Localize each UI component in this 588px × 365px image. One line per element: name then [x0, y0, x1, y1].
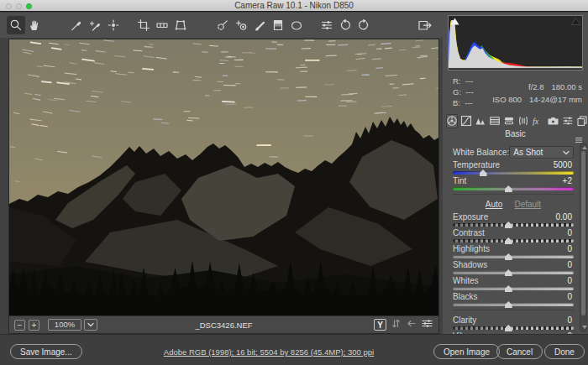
white-balance-label: White Balance: [453, 148, 509, 157]
slider-value[interactable]: 0 [567, 276, 572, 285]
default-link[interactable]: Default [514, 200, 541, 209]
toggle-fullscreen-icon[interactable] [416, 16, 434, 34]
slider-label: Clarity [453, 315, 476, 325]
slider-value[interactable]: 0 [567, 244, 572, 253]
histogram[interactable] [448, 15, 583, 70]
svg-text:fx: fx [533, 117, 539, 126]
tab-detail[interactable] [475, 114, 486, 128]
cancel-button[interactable]: Cancel [496, 344, 543, 359]
slider-track[interactable] [453, 303, 574, 306]
aperture-label: f/2.8 [528, 81, 544, 93]
transform-tool-icon[interactable] [171, 16, 190, 34]
image-canvas[interactable] [9, 39, 438, 315]
footer: Save Image... Adobe RGB (1998); 16 bit; … [0, 334, 588, 365]
tab-snapshots[interactable] [576, 114, 588, 128]
slider-value[interactable]: 0 [567, 315, 572, 325]
b-value: --- [465, 97, 473, 108]
spot-removal-tool-icon[interactable] [213, 16, 232, 34]
slider-track[interactable] [453, 255, 574, 258]
preview-status-bar: − + 100% _DSC3426.NEF Y [9, 315, 438, 333]
histogram-luminance [449, 20, 582, 67]
slider-row: Shadows0 [453, 260, 574, 276]
slider-row: Exposure0.00 [453, 212, 574, 228]
slider-track[interactable] [453, 171, 574, 175]
section-divider [453, 194, 574, 200]
slider-label: Blacks [453, 292, 477, 301]
red-eye-removal-tool-icon[interactable] [232, 16, 250, 34]
tab-split-toning[interactable] [503, 114, 515, 128]
image-info: R: --- G: --- B: --- f/2.8180.00 s ISO 8… [449, 75, 584, 112]
adjustments-panel: R: --- G: --- B: --- f/2.8180.00 s ISO 8… [443, 13, 588, 334]
auto-link[interactable]: Auto [486, 200, 503, 209]
tab-presets[interactable] [562, 114, 574, 128]
slider-label: Contrast [453, 228, 485, 237]
straighten-tool-icon[interactable] [153, 16, 171, 34]
cycle-preview-button[interactable]: Y [374, 319, 386, 331]
zoom-tool-icon[interactable] [7, 16, 25, 34]
adjustment-brush-tool-icon[interactable] [250, 16, 269, 34]
graduated-filter-tool-icon[interactable] [269, 16, 287, 34]
hand-tool-icon[interactable] [25, 16, 44, 34]
scrollbar-thumb[interactable] [581, 151, 585, 315]
slider-value[interactable]: 0 [567, 292, 572, 301]
white-balance-tool-icon[interactable] [67, 16, 86, 34]
slider-row: Whites0 [453, 276, 574, 292]
slider-value[interactable]: 0 [567, 228, 572, 237]
preview-preferences-icon[interactable] [421, 317, 433, 332]
panel-scrollbar[interactable] [580, 143, 587, 332]
g-value: --- [465, 86, 474, 97]
tab-tone-curve[interactable] [460, 114, 472, 128]
slider-value[interactable]: 0 [567, 260, 572, 269]
rgb-readout: R: --- G: --- B: --- [453, 76, 474, 108]
slider-label: Tint [453, 176, 466, 185]
scroll-up-icon[interactable] [582, 146, 587, 149]
slider-track[interactable] [453, 187, 574, 190]
open-image-button[interactable]: Open Image [433, 344, 500, 359]
slider-row: Highlights0 [453, 244, 574, 260]
lens-label: 14-24@17 mm [529, 95, 582, 104]
iso-label: ISO 800 [492, 93, 522, 106]
tab-lens-corrections[interactable] [517, 114, 529, 128]
slider-track[interactable] [453, 287, 574, 290]
copy-settings-icon[interactable] [406, 317, 417, 332]
radial-filter-tool-icon[interactable] [287, 16, 306, 34]
highlight-clipping-warning-icon[interactable] [571, 18, 580, 25]
slider-label: Temperature [453, 160, 500, 169]
tab-effects[interactable]: fx [532, 114, 544, 128]
slider-track[interactable] [453, 271, 574, 274]
slider-row: Clarity0 [453, 315, 574, 331]
slider-value[interactable]: +2 [563, 176, 572, 185]
chevron-down-icon [563, 148, 570, 157]
shadow-clipping-warning-icon[interactable] [450, 18, 459, 25]
rotate-right-icon[interactable] [354, 16, 373, 34]
swap-settings-icon[interactable] [391, 317, 402, 332]
tab-basic[interactable] [446, 114, 458, 128]
slider-row: Blacks0 [453, 292, 574, 308]
slider-value[interactable]: 0.00 [556, 212, 572, 222]
tab-camera-calibration[interactable] [547, 114, 559, 128]
slider-row: Tint+2 [453, 176, 574, 192]
slider-track[interactable] [453, 326, 574, 330]
slider-track[interactable] [453, 223, 574, 227]
title-bar[interactable]: Camera Raw 10.1 - Nikon D850 [0, 0, 588, 12]
done-button[interactable]: Done [544, 344, 585, 359]
slider-value[interactable]: 5000 [554, 160, 572, 169]
crop-tool-icon[interactable] [134, 16, 153, 34]
toolbar [0, 13, 443, 38]
save-image-button[interactable]: Save Image... [10, 344, 82, 359]
scroll-down-icon[interactable] [582, 326, 587, 329]
shutter-label: 180.00 s [552, 82, 582, 91]
section-divider [453, 310, 574, 315]
preferences-icon[interactable] [318, 16, 336, 34]
workflow-options-link[interactable]: Adobe RGB (1998); 16 bit; 5504 by 8256 (… [143, 347, 395, 357]
slider-label: Highlights [453, 244, 490, 253]
slider-label: Shadows [453, 260, 487, 269]
tab-hsl-grayscale[interactable] [489, 114, 501, 128]
slider-track[interactable] [453, 239, 574, 242]
rotate-left-icon[interactable] [336, 16, 354, 34]
color-sampler-tool-icon[interactable] [86, 16, 104, 34]
white-balance-select[interactable]: As Shot [509, 146, 574, 159]
slider-row: Temperature5000 [453, 160, 574, 176]
targeted-adjustment-tool-icon[interactable] [104, 16, 123, 34]
r-value: --- [465, 76, 474, 86]
